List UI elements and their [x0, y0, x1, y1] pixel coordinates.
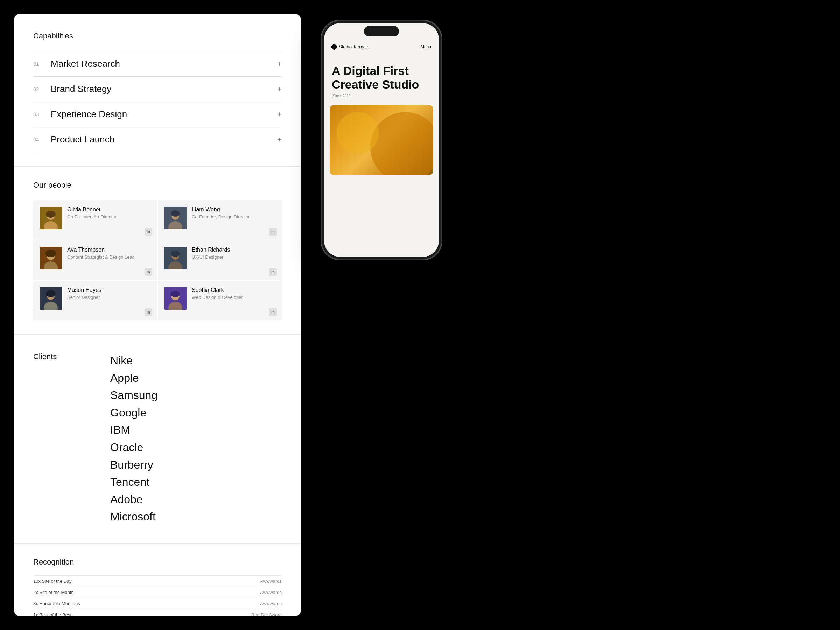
phone-logo-text: Studio Terrace	[339, 44, 368, 49]
client-tencent: Tencent	[110, 474, 158, 491]
person-name-ethan: Ethan Richards	[192, 247, 275, 253]
person-info-sophia: Sophia Clark Web Design & Developer	[192, 287, 275, 300]
client-oracle: Oracle	[110, 439, 158, 456]
svg-point-19	[46, 290, 56, 297]
person-name-sophia: Sophia Clark	[192, 287, 275, 293]
person-name-ava: Ava Thompson	[67, 247, 151, 253]
avatar-ava	[39, 247, 62, 270]
image-shape-2	[337, 112, 379, 154]
cap-plus-1: +	[277, 60, 282, 69]
people-title: Our people	[33, 181, 282, 190]
award-source-2: Awwwards	[184, 587, 282, 598]
person-role-liam: Co-Founder, Design Director	[192, 214, 275, 219]
capability-item-2[interactable]: 02 Brand Strategy +	[33, 76, 282, 101]
person-role-olivia: Co-Founder, Art Director	[67, 214, 151, 219]
person-name-olivia: Olivia Bennet	[67, 207, 151, 213]
person-role-ethan: UX/UI Designer	[192, 254, 275, 260]
recognition-row-3: 8x Honorable Mentions Awwwards	[33, 598, 282, 609]
person-name-liam: Liam Wong	[192, 207, 275, 213]
linkedin-icon-sophia[interactable]: in	[269, 308, 277, 316]
recognition-row-1: 10x Site of the Day Awwwards	[33, 575, 282, 587]
person-info-ava: Ava Thompson Content Strategist & Design…	[67, 247, 151, 260]
client-apple: Apple	[110, 369, 158, 387]
recognition-section: Recognition 10x Site of the Day Awwwards…	[14, 543, 301, 616]
main-wrapper: Capabilities 01 Market Research + 02 Bra…	[0, 0, 840, 630]
award-label-3: 8x Honorable Mentions	[33, 598, 184, 609]
avatar-sophia	[164, 287, 187, 310]
avatar-mason	[39, 287, 62, 310]
capability-item-1[interactable]: 01 Market Research +	[33, 51, 282, 76]
capability-item-3[interactable]: 03 Experience Design +	[33, 101, 282, 127]
client-adobe: Adobe	[110, 491, 158, 508]
phone-logo: Studio Terrace	[332, 44, 368, 49]
phone-mockup: Studio Terrace Menu A Digital First Crea…	[322, 21, 441, 259]
recognition-row-2: 2x Site of the Month Awwwards	[33, 587, 282, 598]
cap-name-3: Experience Design	[51, 109, 277, 120]
left-panel: Capabilities 01 Market Research + 02 Bra…	[14, 14, 301, 616]
person-card-ethan: Ethan Richards UX/UI Designer in	[158, 240, 282, 280]
cap-name-2: Brand Strategy	[51, 84, 277, 95]
client-microsoft: Microsoft	[110, 508, 158, 526]
person-role-sophia: Web Design & Developer	[192, 295, 275, 300]
award-label-1: 10x Site of the Day	[33, 575, 184, 587]
recognition-row-4: 1x Best of the Best Red Dot Award	[33, 609, 282, 616]
capability-list: 01 Market Research + 02 Brand Strategy +…	[33, 51, 282, 152]
phone-menu-button[interactable]: Menu	[421, 44, 431, 49]
linkedin-icon-mason[interactable]: in	[145, 308, 152, 316]
linkedin-icon-olivia[interactable]: in	[145, 228, 152, 235]
person-role-ava: Content Strategist & Design Lead	[67, 254, 151, 260]
capabilities-section: Capabilities 01 Market Research + 02 Bra…	[14, 14, 301, 167]
hero-subtext: (Since 2010)	[332, 94, 431, 98]
phone-notch	[364, 26, 399, 36]
svg-point-7	[171, 210, 180, 217]
client-nike: Nike	[110, 352, 158, 369]
right-panel: Studio Terrace Menu A Digital First Crea…	[322, 14, 441, 259]
person-role-mason: Senior Designer	[67, 295, 151, 300]
recognition-title: Recognition	[33, 557, 282, 567]
award-source-3: Awwwards	[184, 598, 282, 609]
award-label-2: 2x Site of the Month	[33, 587, 184, 598]
award-source-1: Awwwards	[184, 575, 282, 587]
people-grid: Olivia Bennet Co-Founder, Art Director i…	[33, 200, 282, 320]
capability-item-4[interactable]: 04 Product Launch +	[33, 127, 282, 152]
logo-diamond-icon	[331, 43, 338, 51]
avatar-ethan	[164, 247, 187, 270]
cap-plus-3: +	[277, 110, 282, 119]
person-card-liam: Liam Wong Co-Founder, Design Director in	[158, 200, 282, 240]
people-section: Our people Olivia Bennet Co-Founder, Art	[14, 167, 301, 335]
client-samsung: Samsung	[110, 387, 158, 404]
person-card-ava: Ava Thompson Content Strategist & Design…	[33, 240, 157, 280]
cap-number-3: 03	[33, 111, 51, 117]
avatar-olivia	[39, 207, 62, 229]
cap-name-4: Product Launch	[51, 134, 277, 145]
svg-point-15	[171, 251, 180, 257]
cap-number-4: 04	[33, 136, 51, 142]
linkedin-icon-ava[interactable]: in	[145, 268, 152, 276]
clients-section: Clients Nike Apple Samsung Google IBM Or…	[14, 335, 301, 543]
svg-point-11	[46, 249, 56, 257]
client-google: Google	[110, 404, 158, 422]
award-label-4: 1x Best of the Best	[33, 609, 184, 616]
clients-title: Clients	[33, 352, 75, 526]
person-info-ethan: Ethan Richards UX/UI Designer	[192, 247, 275, 260]
cap-number-1: 01	[33, 61, 51, 67]
avatar-liam	[164, 207, 187, 229]
svg-point-3	[46, 211, 56, 218]
person-card-olivia: Olivia Bennet Co-Founder, Art Director i…	[33, 200, 157, 240]
phone-screen: Studio Terrace Menu A Digital First Crea…	[324, 23, 439, 257]
person-name-mason: Mason Hayes	[67, 287, 151, 293]
person-card-sophia: Sophia Clark Web Design & Developer in	[158, 281, 282, 320]
person-info-mason: Mason Hayes Senior Designer	[67, 287, 151, 300]
svg-point-23	[171, 291, 180, 297]
client-burberry: Burberry	[110, 456, 158, 474]
recognition-table: 10x Site of the Day Awwwards 2x Site of …	[33, 575, 282, 616]
linkedin-icon-liam[interactable]: in	[269, 228, 277, 235]
client-ibm: IBM	[110, 422, 158, 439]
phone-hero-text: A Digital First Creative Studio (Since 2…	[324, 54, 439, 105]
capabilities-title: Capabilities	[33, 32, 282, 41]
linkedin-icon-ethan[interactable]: in	[269, 268, 277, 276]
cap-number-2: 02	[33, 86, 51, 92]
cap-name-1: Market Research	[51, 58, 277, 69]
clients-list: Nike Apple Samsung Google IBM Oracle Bur…	[110, 352, 158, 526]
hero-headline: A Digital First Creative Studio	[332, 64, 431, 92]
